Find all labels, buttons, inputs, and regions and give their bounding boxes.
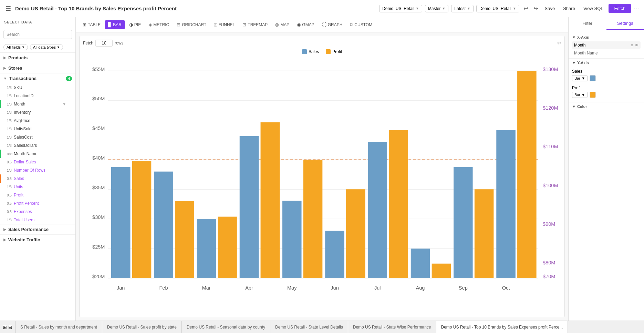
chart-type-funnel[interactable]: ⧖ FUNNEL [210, 20, 238, 29]
sidebar-item-expenses[interactable]: 0.5 Expenses [0, 208, 75, 216]
type-icon: 1/3 [7, 127, 12, 131]
bar-jul-profit[interactable] [389, 130, 408, 278]
type-icon: 1/3 [7, 102, 12, 106]
sidebar-scroll: ▶ Products ▶ Stores ▼ Transactions 4 [0, 53, 75, 321]
bar-jul-sales[interactable] [368, 142, 387, 278]
profit-bar-button[interactable]: Bar ▼ [572, 92, 588, 98]
dropdown-demo-us-retail[interactable]: Demo_US_Retail ▼ [379, 5, 422, 12]
add-tab-icon[interactable]: ⊞ [3, 324, 7, 330]
xaxis-menu-icon[interactable]: ≡ [631, 43, 633, 47]
type-icon: 1/3 [7, 111, 12, 114]
sidebar-item-dollarsales[interactable]: 0.5 Dollar Sales [0, 158, 75, 166]
chart-type-bar[interactable]: ▊ BAR [105, 20, 125, 29]
share-button[interactable]: Share [560, 4, 578, 12]
bottom-tab-6[interactable]: Demo US Retail - Top 10 Brands by Sales … [436, 321, 568, 333]
profit-color-swatch[interactable] [590, 92, 596, 98]
filter-all-fields[interactable]: All fields ▼ [3, 44, 28, 50]
bar-aug-profit[interactable] [432, 264, 451, 278]
bar-jun-sales[interactable] [325, 231, 344, 278]
chart-type-graph[interactable]: ⛶ GRAPH [319, 20, 346, 29]
dropdown-demo-us-retail-2[interactable]: Demo_US_Retail ▼ [476, 5, 519, 12]
dropdown-master[interactable]: Master ▼ [425, 5, 449, 12]
rp-color-header[interactable]: ▼ Color [572, 104, 641, 109]
tab-settings[interactable]: Settings [606, 17, 644, 30]
sidebar-item-monthname[interactable]: abc Month Name [0, 150, 75, 158]
grid-icon[interactable]: ⊟ [8, 324, 12, 330]
dropdown-latest[interactable]: Latest ▼ [451, 5, 474, 12]
sidebar-item-units[interactable]: 1/3 Units [0, 183, 75, 191]
sidebar-item-month[interactable]: 1/3 Month ▼ ⋮ [0, 100, 75, 108]
chart-settings-icon[interactable]: ⚙ [557, 41, 561, 46]
bar-feb-sales[interactable] [154, 172, 173, 278]
sidebar-item-unitssold[interactable]: 1/3 UnitsSold [0, 125, 75, 133]
chart-type-custom[interactable]: ⧉ CUSTOM [346, 20, 376, 29]
redo-button[interactable]: ↪ [532, 4, 539, 13]
sidebar-item-avgprice[interactable]: 1/3 AvgPrice [0, 117, 75, 125]
sidebar-item-sales[interactable]: 0.5 Sales [0, 174, 75, 183]
type-icon: abc [7, 152, 12, 156]
svg-text:$45M: $45M [92, 125, 105, 131]
bar-mar-profit[interactable] [218, 217, 237, 278]
chart-type-metric[interactable]: ◈ METRIC [145, 20, 173, 29]
sidebar-item-salescost[interactable]: 1/3 SalesCost [0, 133, 75, 141]
chart-type-table[interactable]: ⊞ TABLE [79, 20, 104, 29]
bottom-tab-5[interactable]: Demo US Retail - State Wise Performance [348, 321, 436, 333]
sales-color-swatch[interactable] [590, 75, 596, 81]
rp-xaxis-header[interactable]: ▼ X-Axis [572, 35, 641, 39]
save-button[interactable]: Save [542, 4, 558, 12]
sidebar-item-locationid[interactable]: 1/3 LocationID [0, 92, 75, 100]
group-transactions-header[interactable]: ▼ Transactions 4 [0, 73, 75, 83]
bar-oct-profit[interactable] [517, 71, 537, 278]
xaxis-eye-icon[interactable]: 👁 [635, 43, 638, 47]
fetch-input[interactable] [95, 40, 113, 47]
group-salesperformance-header[interactable]: ▶ Sales Performance [0, 224, 75, 234]
viewsql-button[interactable]: View SQL [581, 4, 606, 12]
sidebar-item-totalusers[interactable]: 1/3 Total Users [0, 216, 75, 224]
sidebar-item-profit[interactable]: 0.5 Profit [0, 191, 75, 199]
sidebar-item-sku[interactable]: 1/3 SKU [0, 83, 75, 92]
bottom-tab-1[interactable]: S Retail - Sales by month and department [15, 321, 102, 333]
rp-xaxis-field: Month ≡ 👁 [572, 41, 641, 49]
bar-sep-profit[interactable] [475, 189, 494, 278]
bar-may-sales[interactable] [282, 201, 302, 278]
bottom-tab-3[interactable]: Demo US Retail - Seasonal data by county [182, 321, 270, 333]
svg-text:$25M: $25M [92, 244, 105, 250]
bar-may-profit[interactable] [303, 160, 323, 278]
chart-type-gmap[interactable]: ◉ GMAP [293, 20, 318, 29]
group-stores-header[interactable]: ▶ Stores [0, 63, 75, 73]
filter-all-data-types[interactable]: All data types ▼ [30, 44, 63, 50]
bottom-tab-4[interactable]: Demo US Retail - State Level Details [270, 321, 348, 333]
bar-apr-profit[interactable] [261, 122, 280, 278]
rp-yaxis-header[interactable]: ▼ Y-Axis [572, 61, 641, 65]
menu-icon[interactable]: ☰ [4, 3, 12, 14]
chart-type-treemap[interactable]: ⊡ TREEMAP [239, 20, 271, 29]
undo-button[interactable]: ↩ [522, 4, 529, 13]
more-options-button[interactable]: ⋯ [634, 5, 640, 12]
tab-filter[interactable]: Filter [569, 17, 606, 30]
sales-bar-button[interactable]: Bar ▼ [572, 75, 588, 81]
group-products-header[interactable]: ▶ Products [0, 53, 75, 63]
search-input[interactable] [3, 30, 72, 39]
bar-sep-sales[interactable] [454, 167, 473, 278]
chart-type-gridchart[interactable]: ⊟ GRIDCHART [173, 20, 210, 29]
bottom-tab-2[interactable]: Demo US Retail - Sales profit by state [102, 321, 182, 333]
fetch-button[interactable]: Fetch [609, 4, 631, 13]
bar-oct-sales[interactable] [496, 130, 516, 278]
sidebar-item-numberofrows[interactable]: 1/3 Number Of Rows [0, 166, 75, 174]
chart-legend: Sales Profit [83, 49, 561, 54]
sidebar-item-salesdollars[interactable]: 1/3 SalesDollars [0, 141, 75, 150]
bar-jan-profit[interactable] [132, 161, 152, 278]
bar-mar-sales[interactable] [197, 219, 216, 278]
bar-jun-profit[interactable] [346, 189, 365, 278]
svg-text:Feb: Feb [159, 285, 168, 291]
chart-type-pie[interactable]: ◑ PIE [126, 20, 144, 29]
bar-jan-sales[interactable] [111, 167, 131, 278]
chart-type-map[interactable]: ◎ MAP [272, 20, 293, 29]
bar-apr-sales[interactable] [240, 136, 259, 278]
group-websitetraffic-header[interactable]: ▶ Website Traffic [0, 235, 75, 245]
sidebar-item-inventory[interactable]: 1/3 Inventory [0, 108, 75, 117]
sidebar-item-profitpercent[interactable]: 0.5 Profit Percent [0, 199, 75, 208]
gridchart-icon: ⊟ [177, 22, 180, 27]
bar-aug-sales[interactable] [411, 249, 430, 278]
bar-feb-profit[interactable] [175, 201, 194, 278]
